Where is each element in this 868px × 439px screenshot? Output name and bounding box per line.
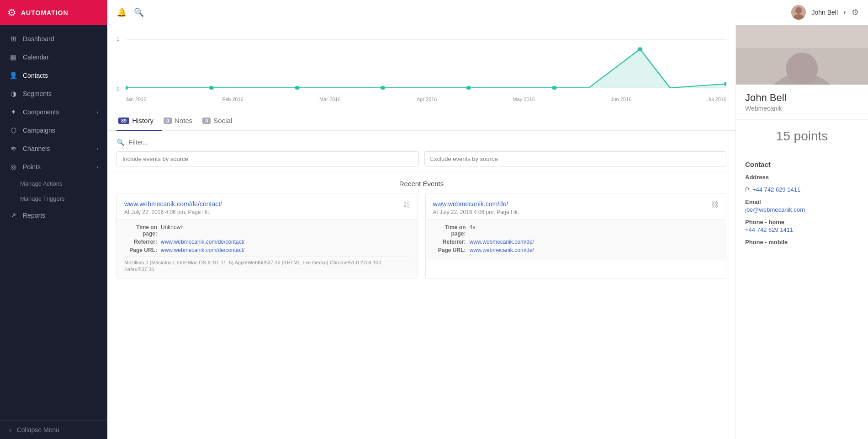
chart-area: 1 0 (107, 25, 736, 110)
event-detail-row: Time on page: 4s (433, 224, 719, 237)
event-detail-row: Page URL: www.webmecanik.com/de/contact/ (124, 247, 410, 253)
tab-history[interactable]: 89 History (116, 110, 162, 131)
svg-point-10 (466, 86, 471, 90)
phone-prefix: P: (745, 186, 751, 193)
chevron-right-icon: › (96, 109, 98, 115)
tab-notes-label: Notes (175, 117, 192, 124)
svg-point-6 (126, 86, 128, 90)
manage-triggers-label: Manage Triggers (20, 195, 65, 202)
content-area: 1 0 (107, 25, 868, 439)
dashboard-icon: ⊞ (9, 35, 17, 43)
x-label-jun: Jun 2016 (611, 96, 631, 102)
event-detail-row: Referrer: www.webmecanik.com/de/ (433, 239, 719, 245)
detail-label: Page URL: (433, 247, 470, 253)
sidebar-item-points[interactable]: ◎ Points › (0, 158, 107, 176)
x-label-apr: Apr 2016 (417, 96, 437, 102)
contact-icon: 👤 (9, 71, 17, 80)
center-panel: 1 0 (107, 25, 736, 439)
sidebar-item-channels[interactable]: ≋ Channels › (0, 139, 107, 158)
detail-value-referrer[interactable]: www.webmecanik.com/de/contact/ (161, 239, 244, 245)
collapse-menu-button[interactable]: ‹ Collapse Menu (0, 420, 107, 439)
event-card-0: www.webmecanik.com/de/contact/ At July 2… (116, 193, 418, 278)
sidebar-nav: ⊞ Dashboard ▦ Calendar 👤 Contacts ◑ Segm… (0, 25, 107, 420)
bell-icon[interactable]: 🔔 (116, 7, 127, 17)
sidebar-item-dashboard[interactable]: ⊞ Dashboard (0, 30, 107, 48)
tab-notes[interactable]: 0 Notes (162, 110, 201, 131)
svg-point-1 (795, 7, 802, 14)
topbar-right: John Bell ▾ ⚙ (791, 5, 859, 20)
right-panel: John Bell Webmecanik 15 points Contact A… (736, 25, 868, 439)
sidebar-item-segments[interactable]: ◑ Segments (0, 85, 107, 103)
contact-info: John Bell Webmecanik (736, 85, 868, 120)
x-label-jan: Jan 2016 (126, 96, 146, 102)
event-card-body-1: Time on page: 4s Referrer: www.webmecani… (426, 219, 726, 260)
sidebar-item-campaigns[interactable]: ⬡ Campaigns (0, 121, 107, 139)
svg-point-8 (295, 86, 300, 90)
phone-home-field: Phone - home +44 742 629 1411 (745, 219, 859, 233)
filter-row: 🔍 (116, 139, 726, 146)
event-subtitle-0: At July 22, 2016 4:06 pm, Page Hit. (124, 209, 403, 215)
points-icon: ◎ (9, 163, 17, 171)
event-title-group-0: www.webmecanik.com/de/contact/ At July 2… (124, 200, 403, 215)
exclude-source-input[interactable] (424, 151, 727, 166)
email-value[interactable]: jbe@webmecanik.com (745, 206, 859, 213)
svg-rect-15 (736, 25, 868, 48)
user-avatar (791, 5, 806, 20)
svg-point-17 (786, 53, 818, 85)
address-label: Address (745, 174, 859, 181)
sidebar-item-label: Channels (23, 145, 50, 152)
phone-home-value: +44 742 629 1411 (745, 226, 859, 233)
recent-events-label: Recent Events (107, 172, 736, 193)
event-detail-row: Page URL: www.webmecanik.com/de/ (433, 247, 719, 253)
sidebar-item-manage-triggers[interactable]: Manage Triggers (0, 191, 107, 206)
tab-social[interactable]: 0 Social (201, 110, 240, 131)
event-url-0[interactable]: www.webmecanik.com/de/contact/ (124, 200, 222, 208)
sidebar-item-manage-actions[interactable]: Manage Actions (0, 176, 107, 191)
chart-x-labels: Jan 2016 Feb 2016 Mar 2016 Apr 2016 May … (126, 96, 726, 102)
svg-point-7 (209, 86, 214, 90)
x-label-feb: Feb 2016 (222, 96, 243, 102)
y-label-1: 1 (116, 36, 119, 42)
phone-prefix-label: P: +44 742 629 1411 (745, 186, 859, 193)
sidebar-item-calendar[interactable]: ▦ Calendar (0, 48, 107, 66)
filter-search-icon: 🔍 (116, 139, 124, 146)
sidebar-item-reports[interactable]: ↗ Reports (0, 206, 107, 225)
notes-badge: 0 (164, 118, 172, 124)
user-dropdown-arrow[interactable]: ▾ (843, 10, 846, 16)
phone-home-label: Phone - home (745, 219, 859, 225)
search-icon[interactable]: 🔍 (134, 7, 144, 17)
segments-icon: ◑ (9, 90, 17, 98)
phone-value: +44 742 629 1411 (752, 186, 800, 193)
contact-points: 15 points (736, 120, 868, 153)
collapse-icon: ‹ (9, 426, 11, 434)
tabs-bar: 89 History 0 Notes 0 Social (107, 110, 736, 131)
channels-icon: ≋ (9, 145, 17, 153)
include-source-input[interactable] (116, 151, 419, 166)
sidebar-header: ⚙ AUTOMATION (0, 0, 107, 25)
event-card-header-0: www.webmecanik.com/de/contact/ At July 2… (117, 193, 418, 219)
main-content: 🔔 🔍 John Bell ▾ ⚙ 1 (107, 0, 868, 439)
chevron-right-icon: › (96, 146, 98, 151)
reports-label: Reports (23, 212, 45, 219)
event-url-1[interactable]: www.webmecanik.com/de/ (433, 200, 508, 208)
filter-input[interactable] (129, 139, 726, 146)
detail-value-pageurl[interactable]: www.webmecanik.com/de/ (470, 247, 534, 253)
sidebar-item-label: Components (23, 108, 59, 116)
detail-value-pageurl[interactable]: www.webmecanik.com/de/contact/ (161, 247, 244, 253)
phone-mobile-label: Phone - mobile (745, 239, 859, 246)
sidebar-item-components[interactable]: ✦ Components › (0, 103, 107, 121)
chart-svg (126, 34, 726, 94)
detail-value-referrer[interactable]: www.webmecanik.com/de/ (470, 239, 534, 245)
sidebar-item-label: Campaigns (23, 127, 55, 134)
x-label-may: May 2016 (513, 96, 535, 102)
detail-label: Referrer: (124, 239, 161, 245)
email-label: Email (745, 198, 859, 205)
chart-y-labels: 1 0 (116, 34, 119, 94)
phone-mobile-field: Phone - mobile (745, 239, 859, 246)
contact-name: John Bell (745, 92, 859, 104)
components-icon: ✦ (9, 108, 17, 116)
settings-icon[interactable]: ⚙ (852, 7, 859, 17)
event-card-body-0: Time on page: Unknown Referrer: www.webm… (117, 219, 418, 278)
email-field: Email jbe@webmecanik.com (745, 198, 859, 213)
sidebar-item-contacts[interactable]: 👤 Contacts (0, 66, 107, 85)
